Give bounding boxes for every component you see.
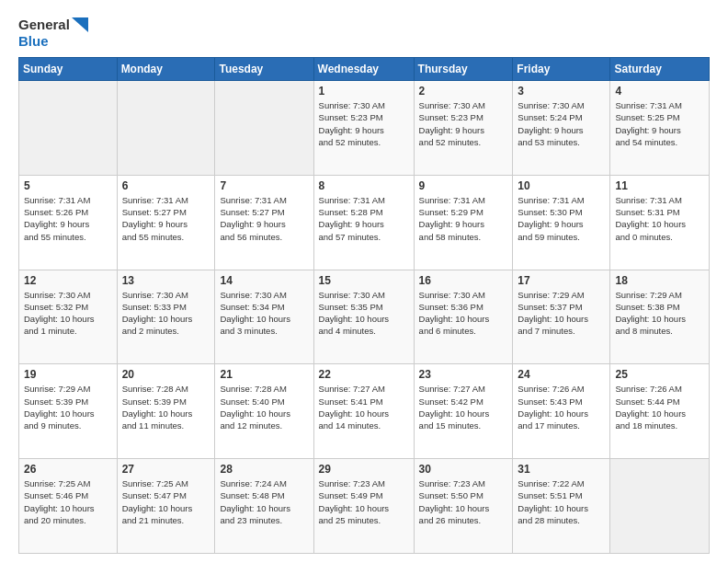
day-info: Sunrise: 7:24 AM Sunset: 5:48 PM Dayligh… [220,477,308,526]
svg-marker-0 [72,17,88,32]
day-info: Sunrise: 7:29 AM Sunset: 5:37 PM Dayligh… [518,289,605,338]
week-row-2: 5Sunrise: 7:31 AM Sunset: 5:26 PM Daylig… [19,175,710,270]
day-info: Sunrise: 7:29 AM Sunset: 5:39 PM Dayligh… [24,383,112,431]
day-info: Sunrise: 7:26 AM Sunset: 5:43 PM Dayligh… [518,383,605,431]
week-row-1: 1Sunrise: 7:30 AM Sunset: 5:23 PM Daylig… [19,81,710,176]
day-number: 21 [220,368,308,381]
weekday-header-friday: Friday [513,58,610,81]
day-number: 22 [319,368,409,381]
week-row-5: 26Sunrise: 7:25 AM Sunset: 5:46 PM Dayli… [19,459,710,554]
day-number: 10 [518,179,605,192]
day-info: Sunrise: 7:30 AM Sunset: 5:34 PM Dayligh… [220,289,308,338]
calendar-cell: 20Sunrise: 7:28 AM Sunset: 5:39 PM Dayli… [117,364,215,459]
day-info: Sunrise: 7:30 AM Sunset: 5:23 PM Dayligh… [419,99,508,148]
logo-general: General [18,17,70,33]
day-number: 12 [24,274,112,287]
day-info: Sunrise: 7:30 AM Sunset: 5:35 PM Dayligh… [319,289,409,338]
calendar-cell: 26Sunrise: 7:25 AM Sunset: 5:46 PM Dayli… [19,459,118,554]
day-info: Sunrise: 7:27 AM Sunset: 5:41 PM Dayligh… [319,383,409,431]
calendar-cell: 12Sunrise: 7:30 AM Sunset: 5:32 PM Dayli… [19,270,118,364]
day-info: Sunrise: 7:30 AM Sunset: 5:32 PM Dayligh… [24,289,112,338]
calendar-cell: 9Sunrise: 7:31 AM Sunset: 5:29 PM Daylig… [414,175,513,270]
day-number: 27 [122,463,210,476]
day-info: Sunrise: 7:31 AM Sunset: 5:28 PM Dayligh… [319,194,409,243]
weekday-header-sunday: Sunday [19,58,118,81]
weekday-header-monday: Monday [117,58,215,81]
day-number: 30 [419,463,508,476]
calendar-cell: 5Sunrise: 7:31 AM Sunset: 5:26 PM Daylig… [19,175,118,270]
calendar-cell: 14Sunrise: 7:30 AM Sunset: 5:34 PM Dayli… [215,270,313,364]
day-number: 16 [419,274,508,287]
day-number: 24 [518,368,605,381]
day-info: Sunrise: 7:23 AM Sunset: 5:49 PM Dayligh… [319,477,409,526]
day-number: 1 [319,85,409,98]
calendar-cell: 25Sunrise: 7:26 AM Sunset: 5:44 PM Dayli… [610,364,710,459]
day-number: 26 [24,463,112,476]
top-section: General Blue [18,17,710,50]
day-info: Sunrise: 7:27 AM Sunset: 5:42 PM Dayligh… [419,383,508,431]
calendar-cell [610,459,710,554]
calendar-cell: 23Sunrise: 7:27 AM Sunset: 5:42 PM Dayli… [414,364,513,459]
calendar-cell: 17Sunrise: 7:29 AM Sunset: 5:37 PM Dayli… [513,270,610,364]
calendar-cell: 18Sunrise: 7:29 AM Sunset: 5:38 PM Dayli… [610,270,710,364]
day-number: 15 [319,274,409,287]
week-row-3: 12Sunrise: 7:30 AM Sunset: 5:32 PM Dayli… [19,270,710,364]
calendar-cell: 15Sunrise: 7:30 AM Sunset: 5:35 PM Dayli… [313,270,414,364]
calendar-cell: 16Sunrise: 7:30 AM Sunset: 5:36 PM Dayli… [414,270,513,364]
day-info: Sunrise: 7:29 AM Sunset: 5:38 PM Dayligh… [615,289,704,338]
day-number: 23 [419,368,508,381]
calendar-cell: 31Sunrise: 7:22 AM Sunset: 5:51 PM Dayli… [513,459,610,554]
day-number: 7 [220,179,308,192]
weekday-header-saturday: Saturday [610,58,710,81]
day-number: 5 [24,179,112,192]
logo-blue: Blue [18,33,49,50]
day-number: 17 [518,274,605,287]
page: General Blue SundayMondayTuesdayWednesda… [0,0,728,563]
day-info: Sunrise: 7:25 AM Sunset: 5:47 PM Dayligh… [122,477,210,526]
calendar-cell [19,81,118,176]
day-info: Sunrise: 7:31 AM Sunset: 5:30 PM Dayligh… [518,194,605,243]
day-info: Sunrise: 7:28 AM Sunset: 5:39 PM Dayligh… [122,383,210,431]
calendar-cell: 24Sunrise: 7:26 AM Sunset: 5:43 PM Dayli… [513,364,610,459]
calendar-cell: 3Sunrise: 7:30 AM Sunset: 5:24 PM Daylig… [513,81,610,176]
calendar-cell: 22Sunrise: 7:27 AM Sunset: 5:41 PM Dayli… [313,364,414,459]
day-number: 28 [220,463,308,476]
day-info: Sunrise: 7:31 AM Sunset: 5:29 PM Dayligh… [419,194,508,243]
week-row-4: 19Sunrise: 7:29 AM Sunset: 5:39 PM Dayli… [19,364,710,459]
day-info: Sunrise: 7:31 AM Sunset: 5:26 PM Dayligh… [24,194,112,243]
day-info: Sunrise: 7:30 AM Sunset: 5:24 PM Dayligh… [518,99,605,148]
calendar-cell: 27Sunrise: 7:25 AM Sunset: 5:47 PM Dayli… [117,459,215,554]
day-info: Sunrise: 7:22 AM Sunset: 5:51 PM Dayligh… [518,477,605,526]
calendar-table: SundayMondayTuesdayWednesdayThursdayFrid… [18,57,710,554]
calendar-cell: 4Sunrise: 7:31 AM Sunset: 5:25 PM Daylig… [610,81,710,176]
calendar-cell: 21Sunrise: 7:28 AM Sunset: 5:40 PM Dayli… [215,364,313,459]
calendar-cell: 19Sunrise: 7:29 AM Sunset: 5:39 PM Dayli… [19,364,118,459]
calendar-cell: 2Sunrise: 7:30 AM Sunset: 5:23 PM Daylig… [414,81,513,176]
calendar-cell [117,81,215,176]
day-number: 2 [419,85,508,98]
day-number: 31 [518,463,605,476]
calendar-cell: 30Sunrise: 7:23 AM Sunset: 5:50 PM Dayli… [414,459,513,554]
weekday-header-thursday: Thursday [414,58,513,81]
day-info: Sunrise: 7:26 AM Sunset: 5:44 PM Dayligh… [615,383,704,431]
day-info: Sunrise: 7:25 AM Sunset: 5:46 PM Dayligh… [24,477,112,526]
calendar-cell: 13Sunrise: 7:30 AM Sunset: 5:33 PM Dayli… [117,270,215,364]
day-number: 8 [319,179,409,192]
weekday-header-row: SundayMondayTuesdayWednesdayThursdayFrid… [19,58,710,81]
day-info: Sunrise: 7:28 AM Sunset: 5:40 PM Dayligh… [220,383,308,431]
day-number: 29 [319,463,409,476]
day-info: Sunrise: 7:31 AM Sunset: 5:27 PM Dayligh… [220,194,308,243]
calendar-cell: 6Sunrise: 7:31 AM Sunset: 5:27 PM Daylig… [117,175,215,270]
day-number: 3 [518,85,605,98]
day-number: 19 [24,368,112,381]
calendar-cell: 1Sunrise: 7:30 AM Sunset: 5:23 PM Daylig… [313,81,414,176]
day-info: Sunrise: 7:31 AM Sunset: 5:31 PM Dayligh… [615,194,704,243]
day-number: 11 [615,179,704,192]
calendar-cell: 10Sunrise: 7:31 AM Sunset: 5:30 PM Dayli… [513,175,610,270]
calendar-cell [215,81,313,176]
logo: General Blue [18,17,88,50]
day-info: Sunrise: 7:30 AM Sunset: 5:36 PM Dayligh… [419,289,508,338]
day-number: 20 [122,368,210,381]
calendar-cell: 28Sunrise: 7:24 AM Sunset: 5:48 PM Dayli… [215,459,313,554]
day-number: 4 [615,85,704,98]
